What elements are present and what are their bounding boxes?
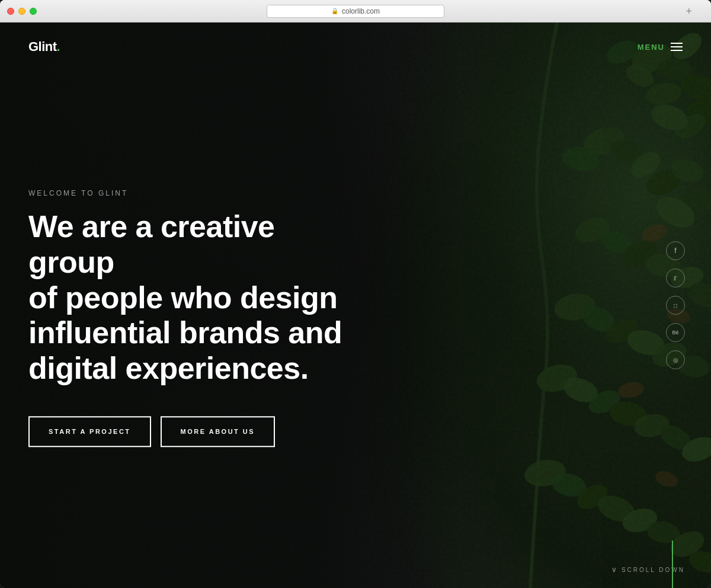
headline-line-2: of people who design — [28, 280, 338, 315]
svg-point-47 — [617, 380, 645, 400]
plant-decoration — [367, 23, 711, 588]
scroll-label: SCROLL DOWN — [622, 567, 685, 573]
start-project-button[interactable]: START A PROJECT — [28, 416, 151, 447]
dribbble-icon[interactable]: ◎ — [666, 350, 685, 369]
traffic-lights — [7, 8, 37, 15]
hamburger-line-2 — [671, 46, 683, 47]
scroll-down[interactable]: ∨ SCROLL DOWN — [611, 565, 685, 574]
headline-line-3: influential brands and — [28, 316, 342, 350]
chevron-icon: ∨ — [611, 565, 617, 574]
logo-text: Glint — [28, 39, 57, 54]
browser-viewport: Glint. MENU WELCOME TO GLINT We are a cr… — [0, 23, 711, 588]
maximize-button[interactable] — [30, 8, 37, 15]
hero-content: WELCOME TO GLINT We are a creative group… — [28, 189, 360, 447]
cta-buttons: START A PROJECT MORE ABOUT US — [28, 416, 360, 447]
twitter-icon[interactable]: 𝕣 — [666, 269, 685, 287]
welcome-label: WELCOME TO GLINT — [28, 189, 360, 197]
lock-icon: 🔒 — [331, 8, 338, 14]
menu-button[interactable]: MENU — [638, 43, 683, 52]
svg-point-48 — [653, 468, 680, 490]
headline-line-1: We are a creative group — [28, 209, 275, 279]
accent-line — [672, 541, 673, 588]
logo-dot: . — [57, 39, 60, 54]
facebook-icon[interactable]: f — [666, 241, 685, 260]
more-about-button[interactable]: MORE ABOUT US — [161, 416, 276, 447]
hamburger-line-1 — [671, 43, 683, 44]
headline-line-4: digital experiences. — [28, 351, 309, 385]
title-bar: 🔒 colorlib.com + — [0, 0, 711, 23]
hero-headline: We are a creative group of people who de… — [28, 209, 360, 386]
behance-icon[interactable]: Bé — [666, 323, 685, 342]
social-sidebar: f 𝕣 □ Bé ◎ — [666, 241, 685, 369]
address-bar[interactable]: 🔒 colorlib.com — [267, 5, 444, 18]
plant-svg — [367, 23, 711, 588]
hamburger-line-3 — [671, 50, 683, 51]
logo[interactable]: Glint. — [28, 39, 60, 55]
close-button[interactable] — [7, 8, 14, 15]
url-text: colorlib.com — [342, 7, 380, 15]
new-tab-button[interactable]: + — [686, 6, 692, 17]
browser-window: 🔒 colorlib.com + — [0, 0, 711, 588]
minimize-button[interactable] — [18, 8, 25, 15]
hamburger-icon — [671, 43, 683, 51]
menu-label: MENU — [638, 43, 665, 52]
instagram-icon[interactable]: □ — [666, 296, 685, 315]
navbar: Glint. MENU — [0, 23, 711, 71]
